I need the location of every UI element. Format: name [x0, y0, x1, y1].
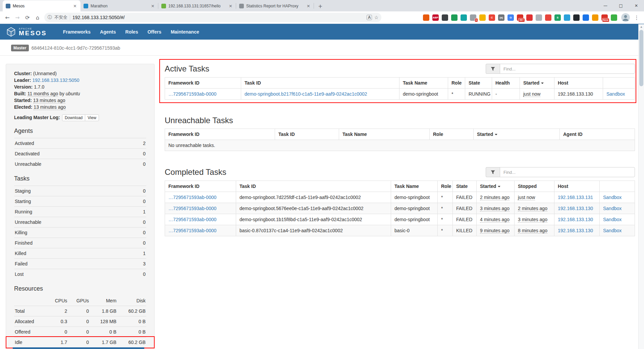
- url-text[interactable]: 192.168.133.132:5050/#/: [72, 15, 364, 20]
- nav-item[interactable]: Maintenance: [166, 29, 204, 35]
- completed-tasks-find-input[interactable]: [500, 167, 635, 177]
- active-tasks-find-input[interactable]: [500, 64, 635, 74]
- column-header-started-sorted[interactable]: Started: [474, 129, 560, 140]
- empty-row: No unreachable tasks.: [165, 140, 635, 151]
- column-header[interactable]: [603, 78, 635, 89]
- nav-item[interactable]: Offers: [143, 29, 166, 35]
- translate-icon[interactable]: A: [367, 15, 372, 20]
- extension-icon[interactable]: ABP: [432, 14, 439, 21]
- column-header[interactable]: Task ID: [275, 129, 339, 140]
- column-header[interactable]: Role: [430, 129, 474, 140]
- host-link[interactable]: 192.168.133.130: [558, 206, 593, 211]
- extension-icon[interactable]: [564, 14, 570, 21]
- column-header[interactable]: Host: [554, 181, 600, 192]
- browser-tab[interactable]: 192.168.133.131:31657/hello ×: [158, 0, 236, 11]
- extension-icon[interactable]: [536, 14, 542, 21]
- extension-icon[interactable]: 1: [470, 14, 476, 21]
- minimize-icon[interactable]: —: [598, 0, 613, 11]
- extension-icon[interactable]: [592, 14, 598, 21]
- framework-id-link[interactable]: …7295671593ab-0000: [168, 228, 216, 233]
- close-icon[interactable]: ✕: [629, 0, 644, 11]
- browser-tab[interactable]: Marathon ×: [80, 0, 158, 11]
- extension-icon[interactable]: [423, 14, 429, 21]
- column-header[interactable]: Role: [448, 78, 465, 89]
- browser-tab[interactable]: Mesos ×: [3, 0, 80, 11]
- new-tab-icon[interactable]: +: [316, 2, 325, 10]
- page-info-icon[interactable]: ⓘ: [48, 14, 52, 20]
- page-scrollbar[interactable]: ▲: [638, 24, 644, 349]
- extension-icon[interactable]: 99+: [517, 14, 523, 21]
- extension-icon[interactable]: [442, 14, 448, 21]
- sandbox-link[interactable]: Sandbox: [603, 195, 622, 200]
- sandbox-link[interactable]: Sandbox: [606, 91, 625, 97]
- column-header-started-sorted[interactable]: Started: [520, 78, 554, 89]
- column-header-started-sorted[interactable]: Started: [477, 181, 515, 192]
- browser-tab[interactable]: Statistics Report for HAProxy ×: [236, 0, 314, 11]
- nav-item[interactable]: Roles: [121, 29, 143, 35]
- column-header[interactable]: [600, 181, 635, 192]
- column-header[interactable]: Health: [492, 78, 520, 89]
- sandbox-link[interactable]: Sandbox: [603, 228, 622, 233]
- tab-close-icon[interactable]: ×: [72, 3, 77, 8]
- framework-id-link[interactable]: …7295671593ab-0000: [168, 206, 216, 211]
- column-header[interactable]: Role: [438, 181, 453, 192]
- extension-icon[interactable]: C: [489, 14, 495, 21]
- column-header[interactable]: Agent ID: [560, 129, 635, 140]
- leader-link[interactable]: 192.168.133.132:5050: [32, 78, 79, 83]
- menu-icon[interactable]: ⋮: [632, 13, 641, 22]
- task-id-link[interactable]: demo-springboot.b217f610-c1a5-11e9-aaf9-…: [245, 91, 367, 97]
- column-header[interactable]: Stopped: [515, 181, 554, 192]
- column-header[interactable]: Task ID: [241, 78, 399, 89]
- column-header[interactable]: Task Name: [339, 129, 430, 140]
- scrollbar-up-icon[interactable]: ▲: [639, 24, 644, 29]
- back-icon[interactable]: ←: [3, 13, 12, 22]
- download-log-button[interactable]: Download: [62, 114, 85, 121]
- nav-item[interactable]: Agents: [95, 29, 120, 35]
- mesos-logo[interactable]: APACHE MESOS: [6, 27, 47, 37]
- framework-id-link[interactable]: …7295671593ab-0000: [168, 91, 216, 97]
- nav-item[interactable]: Frameworks: [58, 29, 95, 35]
- extension-icon[interactable]: (a): [498, 14, 504, 21]
- address-bar[interactable]: ⓘ 不安全 192.168.133.132:5050/#/ A ☆: [44, 13, 381, 22]
- sandbox-link[interactable]: Sandbox: [603, 206, 622, 211]
- forward-icon[interactable]: →: [13, 13, 22, 22]
- maximize-icon[interactable]: □: [613, 0, 629, 11]
- column-header[interactable]: State: [453, 181, 477, 192]
- scrollbar-thumb[interactable]: [639, 30, 643, 86]
- extension-icon[interactable]: [545, 14, 551, 21]
- view-log-button[interactable]: View: [85, 114, 99, 121]
- extension-icon[interactable]: [583, 14, 589, 21]
- column-header[interactable]: Framework ID: [165, 129, 275, 140]
- sandbox-link[interactable]: Sandbox: [603, 217, 622, 222]
- framework-id-link[interactable]: …7295671593ab-0000: [168, 195, 216, 200]
- column-header[interactable]: Task Name: [391, 181, 438, 192]
- column-header[interactable]: Host: [554, 78, 603, 89]
- tab-close-icon[interactable]: ×: [306, 3, 311, 8]
- host-link[interactable]: 192.168.133.130: [558, 217, 593, 222]
- home-icon[interactable]: ⌂: [33, 13, 42, 22]
- column-header[interactable]: State: [465, 78, 492, 89]
- extension-icon[interactable]: [451, 14, 458, 21]
- extension-icon[interactable]: New: [601, 14, 608, 21]
- host-link[interactable]: 192.168.133.130: [558, 228, 593, 233]
- task-name-cell: demo-springboot: [391, 203, 438, 214]
- extension-icon[interactable]: [573, 14, 580, 21]
- extension-icon[interactable]: S: [554, 14, 561, 21]
- framework-id-link[interactable]: …7295671593ab-0000: [168, 217, 216, 222]
- refresh-icon[interactable]: ⟳: [23, 13, 32, 22]
- profile-avatar[interactable]: [621, 13, 630, 22]
- tasks-row: Lost 0: [14, 269, 146, 280]
- extension-icon[interactable]: [611, 14, 617, 21]
- host-link[interactable]: 192.168.133.131: [558, 195, 593, 200]
- column-header[interactable]: Framework ID: [165, 78, 241, 89]
- column-header[interactable]: Framework ID: [165, 181, 236, 192]
- extension-icon[interactable]: [526, 14, 533, 21]
- extension-icon[interactable]: G: [507, 14, 514, 21]
- tab-close-icon[interactable]: ×: [228, 3, 233, 8]
- extension-icon[interactable]: [461, 14, 467, 21]
- extension-icon[interactable]: [479, 14, 486, 21]
- tab-close-icon[interactable]: ×: [150, 3, 155, 8]
- column-header[interactable]: Task ID: [236, 181, 391, 192]
- column-header[interactable]: Task Name: [399, 78, 448, 89]
- bookmark-star-icon[interactable]: ☆: [373, 14, 380, 21]
